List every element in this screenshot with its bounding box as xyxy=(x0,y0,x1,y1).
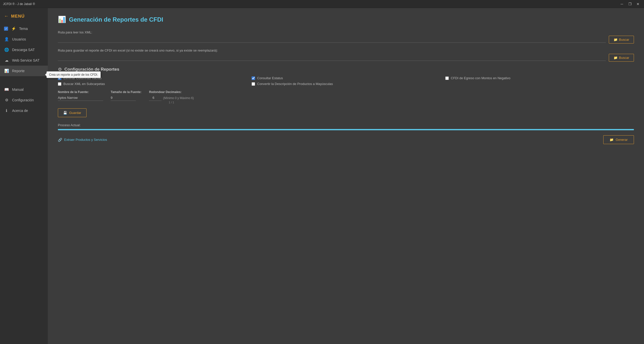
buscar-excel-label: Buscar xyxy=(619,56,629,60)
buscar-excel-button[interactable]: 📁 Buscar xyxy=(609,54,634,62)
font-name-input[interactable] xyxy=(58,95,103,101)
cb-cfdi-egreso-label[interactable]: CFDI de Egreso con Montos en Negativo xyxy=(451,76,510,80)
decimal-input[interactable] xyxy=(149,95,162,101)
checkbox-buscar-xml: Buscar XML en Subcarpetas xyxy=(58,82,247,86)
titlebar-controls: ─ ❐ ✕ xyxy=(619,1,641,7)
font-name-label: Nombre de la Fuente: xyxy=(58,90,103,94)
folder-icon-1: 📁 xyxy=(614,38,618,41)
sidebar-label-usuarios: Usuarios xyxy=(12,37,26,41)
xml-path-row: Ruta para leer los XML: 📁 Buscar xyxy=(58,30,634,44)
sidebar-item-configuracion[interactable]: ⚙ Configuración xyxy=(0,95,48,105)
proceso-label: Proceso Actual: xyxy=(58,123,634,127)
sidebar-item-manual[interactable]: 📖 Manual xyxy=(0,84,48,95)
user-icon: 👤 xyxy=(4,37,9,42)
folder-icon-2: 📁 xyxy=(614,56,618,60)
maximize-button[interactable]: ❐ xyxy=(627,1,633,7)
decimal-value-row: (Mínimo 0 y Máximo 6) xyxy=(149,95,194,101)
cloud-icon: ☁ xyxy=(4,58,9,63)
titlebar-title: JCFDI ® - J de Jabalí ® xyxy=(3,2,35,6)
page-title: Generación de Reportes de CFDI xyxy=(69,16,163,23)
excel-path-input[interactable] xyxy=(58,55,606,61)
guardar-button[interactable]: 💾 Guardar xyxy=(58,108,87,117)
font-size-label: Tamaño de la Fuente: xyxy=(111,90,141,94)
sidebar-item-reporte[interactable]: 📊 Reporte xyxy=(0,66,48,76)
app-layout: ← MENÚ ⚡ Tema 👤 Usuarios 🌐 Descarga SAT … xyxy=(0,8,644,344)
cb-convertir-descripcion-label[interactable]: Convertir la Descripción de Productos a … xyxy=(257,82,333,86)
guardar-label: Guardar xyxy=(69,111,81,115)
close-button[interactable]: ✕ xyxy=(635,1,641,7)
sidebar: ← MENÚ ⚡ Tema 👤 Usuarios 🌐 Descarga SAT … xyxy=(0,8,48,344)
decimal-counter: 1 / 1 xyxy=(149,101,194,104)
save-icon: 💾 xyxy=(63,111,67,115)
font-size-input[interactable] xyxy=(111,95,136,101)
xml-path-input[interactable] xyxy=(58,37,606,43)
generar-label: Generar xyxy=(616,138,628,142)
checkbox-cfdi-egreso: CFDI de Egreso con Montos en Negativo xyxy=(445,76,634,80)
info-icon: ℹ xyxy=(4,108,9,113)
book-icon: 📖 xyxy=(4,87,9,92)
report-icon: 📊 xyxy=(4,68,9,73)
page-header-icon: 📊 xyxy=(58,16,66,23)
excel-path-label: Ruta para guardar el reporte de CFDI en … xyxy=(58,49,634,52)
sidebar-item-tema[interactable]: ⚡ Tema xyxy=(0,23,48,34)
checkbox-convertir-descripcion: Convertir la Descripción de Productos a … xyxy=(252,82,634,86)
cb-consultar-estatus-label[interactable]: Consultar Estatus xyxy=(257,76,283,80)
sidebar-label-configuracion: Configuración xyxy=(12,98,34,102)
bottom-row: 🔗 Extraer Productos y Servicios 📁 Genera… xyxy=(58,135,634,144)
decimal-hint: (Mínimo 0 y Máximo 6) xyxy=(163,96,194,100)
tooltip-reporte: Crea un reporte a partir de los CFDI. xyxy=(47,71,101,78)
globe-icon: 🌐 xyxy=(4,47,9,52)
menu-label: MENÚ xyxy=(11,14,25,19)
generar-icon: 📁 xyxy=(610,138,614,142)
tema-checkbox-icon xyxy=(4,27,8,31)
progress-bar-fill xyxy=(58,129,634,130)
sidebar-label-web-service-sat: Web Service SAT xyxy=(12,58,39,62)
xml-input-row: 📁 Buscar xyxy=(58,36,634,44)
config-header: ⚙ Configuración de Reportes xyxy=(58,67,634,72)
xml-path-label: Ruta para leer los XML: xyxy=(58,30,634,34)
extraer-label: Extraer Productos y Servicios xyxy=(64,138,107,142)
extraer-link[interactable]: 🔗 Extraer Productos y Servicios xyxy=(58,138,107,142)
sidebar-item-descarga-sat[interactable]: 🌐 Descarga SAT xyxy=(0,45,48,55)
sidebar-item-web-service-sat[interactable]: ☁ Web Service SAT xyxy=(0,55,48,66)
buscar-xml-label: Buscar xyxy=(619,38,629,41)
font-size-field: Tamaño de la Fuente: xyxy=(111,90,141,101)
proceso-section: Proceso Actual: xyxy=(58,123,634,130)
config-title: Configuración de Reportes xyxy=(64,67,119,72)
checkbox-consultar-estatus: Consultar Estatus xyxy=(252,76,440,80)
cb-convertir-descripcion[interactable] xyxy=(252,82,255,86)
sidebar-label-acerca-de: Acerca de xyxy=(12,109,28,113)
titlebar: JCFDI ® - J de Jabalí ® ─ ❐ ✕ xyxy=(0,0,644,8)
sidebar-label-manual: Manual xyxy=(12,88,24,92)
cb-buscar-xml[interactable] xyxy=(58,82,61,86)
back-arrow-icon: ← xyxy=(4,14,9,19)
excel-input-row: 📁 Buscar xyxy=(58,54,634,62)
generar-button[interactable]: 📁 Generar xyxy=(603,135,634,144)
extraer-link-icon: 🔗 xyxy=(58,138,62,142)
page-header: 📊 Generación de Reportes de CFDI xyxy=(58,16,634,23)
sidebar-item-acerca-de[interactable]: ℹ Acerca de xyxy=(0,105,48,116)
theme-icon: ⚡ xyxy=(11,26,16,31)
minimize-button[interactable]: ─ xyxy=(619,1,625,7)
sidebar-label-tema: Tema xyxy=(19,27,28,31)
font-settings: Nombre de la Fuente: Tamaño de la Fuente… xyxy=(58,90,634,104)
tooltip-text: Crea un reporte a partir de los CFDI. xyxy=(49,73,98,76)
progress-bar-container xyxy=(58,129,634,130)
excel-path-row: Ruta para guardar el reporte de CFDI en … xyxy=(58,49,634,62)
buscar-xml-button[interactable]: 📁 Buscar xyxy=(609,36,634,44)
font-name-field: Nombre de la Fuente: xyxy=(58,90,103,101)
cb-cfdi-egreso[interactable] xyxy=(445,76,449,80)
decimal-label: Redondear Decimales: xyxy=(149,90,194,94)
menu-header[interactable]: ← MENÚ xyxy=(0,11,48,23)
sidebar-item-usuarios[interactable]: 👤 Usuarios xyxy=(0,34,48,45)
checkboxes-grid: Eliminar Columnas Vacías Consultar Estat… xyxy=(58,76,634,86)
sidebar-label-descarga-sat: Descarga SAT xyxy=(12,48,35,52)
decimal-field: Redondear Decimales: (Mínimo 0 y Máximo … xyxy=(149,90,194,104)
sidebar-label-reporte: Reporte xyxy=(12,69,25,73)
cb-consultar-estatus[interactable] xyxy=(252,76,255,80)
main-content: 📊 Generación de Reportes de CFDI Ruta pa… xyxy=(48,8,644,344)
cb-buscar-xml-label[interactable]: Buscar XML en Subcarpetas xyxy=(63,82,105,86)
gear-icon: ⚙ xyxy=(4,98,9,103)
